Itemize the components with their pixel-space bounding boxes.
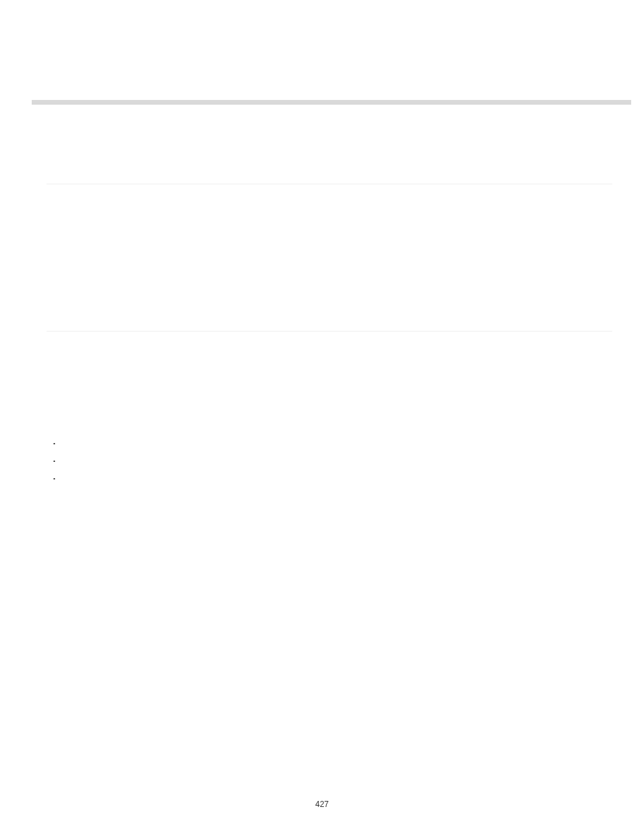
thin-divider — [47, 331, 612, 332]
bullet-list: • • • — [53, 435, 55, 488]
page-number: 427 — [0, 800, 644, 809]
bullet-item: • — [53, 470, 55, 488]
thick-divider — [32, 100, 631, 105]
document-page: • • • 427 — [0, 0, 644, 834]
thin-divider — [47, 184, 612, 184]
bullet-item: • — [53, 452, 55, 470]
bullet-item: • — [53, 435, 55, 452]
